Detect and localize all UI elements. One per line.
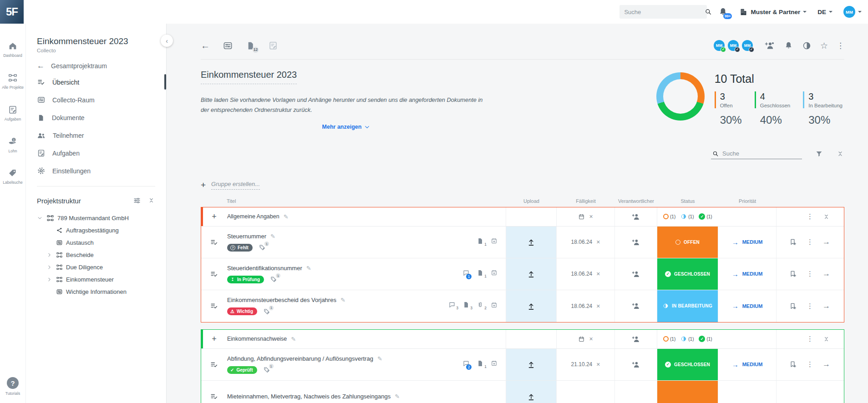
task-row[interactable]: Steuernummer✎ ?Fehlt 1 1	[201, 227, 844, 258]
upload-cell[interactable]	[506, 381, 556, 403]
sidebar-collapse-button[interactable]: ‹	[161, 35, 173, 47]
tree-node[interactable]: Einkommensteuer	[37, 273, 155, 286]
tasks-button[interactable]	[268, 40, 278, 50]
language-switcher[interactable]: DE	[817, 9, 832, 15]
tag-add-icon[interactable]: 1	[270, 276, 277, 283]
open-task-icon[interactable]: →	[822, 302, 830, 311]
status-cell[interactable]	[657, 381, 718, 403]
star-icon[interactable]: ☆	[820, 41, 828, 50]
more-options-icon[interactable]: ⋮	[807, 238, 813, 246]
documents-button[interactable]: 12	[246, 41, 255, 50]
organization-switcher[interactable]: Muster & Partner	[739, 8, 807, 16]
task-row[interactable]: Steueridentifikationsnummer✎ In Prüfung …	[201, 258, 844, 290]
sidebar-back-link[interactable]: ← Gesamtprojektraum	[37, 61, 155, 71]
comment-count-icon[interactable]: 1	[462, 269, 470, 277]
clear-icon[interactable]: ×	[596, 361, 600, 368]
notifications-button[interactable]: 99+	[718, 7, 728, 17]
task-title[interactable]: Steueridentifikationsnummer	[227, 265, 302, 272]
more-options-icon[interactable]: ⋮	[807, 270, 813, 278]
comment-count-icon[interactable]: 2	[462, 360, 470, 367]
status-cell[interactable]: OFFEN	[657, 227, 718, 258]
assign-person-icon[interactable]	[631, 360, 641, 369]
tree-node[interactable]: Wichtige Informationen	[37, 286, 155, 298]
collapse-group-icon[interactable]	[822, 335, 830, 343]
status-cell[interactable]: ✓GESCHLOSSEN	[657, 258, 718, 290]
collecto-room-button[interactable]	[223, 40, 233, 51]
comment-count-icon[interactable]: 3	[448, 301, 456, 308]
chevron-right-icon[interactable]	[46, 252, 53, 258]
task-title[interactable]: Einkommensteuerbescheid des Vorjahres	[227, 297, 336, 303]
task-list-icon[interactable]	[201, 227, 227, 258]
task-row[interactable]: Einkommensteuerbescheid des Vorjahres✎ ⚠…	[201, 290, 844, 322]
calendar-icon[interactable]	[578, 336, 585, 343]
sidebar-item-einstellungen[interactable]: Einstellungen	[37, 162, 155, 180]
calendar-icon[interactable]	[578, 213, 585, 220]
tree-node[interactable]: Auftragsbestätigung	[37, 224, 155, 237]
upload-cell[interactable]	[506, 227, 556, 258]
collapse-all-icon[interactable]	[147, 196, 155, 205]
global-search-input[interactable]	[624, 9, 704, 15]
calendar-icon[interactable]	[491, 302, 497, 308]
calendar-icon[interactable]	[491, 269, 497, 276]
list-search-input[interactable]	[722, 150, 802, 157]
task-row[interactable]: Abfindung, Abfindungsvereinbarung / Aufl…	[201, 349, 844, 381]
upload-cell[interactable]	[506, 349, 556, 380]
show-more-link[interactable]: Mehr anzeigen	[201, 124, 492, 131]
create-group-button[interactable]: + Gruppe erstellen...	[201, 180, 260, 190]
add-task-button[interactable]: +	[201, 207, 227, 226]
open-task-icon[interactable]: →	[822, 237, 830, 247]
task-row[interactable]: Mieteinnahmen, Mietvertrag, Nachweis des…	[201, 381, 844, 403]
task-list-icon[interactable]	[201, 381, 227, 403]
edit-icon[interactable]: ✎	[395, 393, 400, 400]
sidebar-item-dokumente[interactable]: Dokumente	[37, 109, 155, 126]
rail-item-aufgaben[interactable]: Aufgaben	[5, 105, 21, 121]
tree-node-root[interactable]: 789 Mustermandant GmbH	[37, 212, 155, 224]
bookmark-add-icon[interactable]	[789, 238, 797, 246]
rail-item-alle-projekte[interactable]: Alle Projekte	[2, 73, 24, 90]
priority-cell[interactable]: →MEDIUM	[718, 227, 776, 258]
avatar[interactable]: MM	[843, 6, 855, 18]
priority-cell[interactable]: →MEDIUM	[718, 349, 776, 380]
collapse-group-icon[interactable]	[822, 213, 830, 221]
clear-icon[interactable]: ×	[596, 302, 600, 310]
rail-item-tutorials[interactable]: ? Tutorials	[0, 377, 25, 396]
avatar[interactable]: MM✓	[728, 40, 739, 51]
clear-icon[interactable]: ×	[596, 270, 600, 277]
edit-icon[interactable]: ✎	[284, 213, 289, 220]
sidebar-item-teilnehmer[interactable]: Teilnehmer	[37, 126, 155, 144]
chevron-right-icon[interactable]	[46, 277, 53, 282]
edit-icon[interactable]: ✎	[270, 233, 275, 240]
assign-person-icon[interactable]	[631, 334, 641, 344]
add-task-button[interactable]: +	[201, 330, 227, 348]
more-options-icon[interactable]: ⋮	[807, 212, 813, 221]
contrast-icon[interactable]	[802, 41, 812, 50]
list-search[interactable]	[711, 149, 802, 159]
edit-icon[interactable]: ✎	[377, 355, 382, 362]
assign-person-icon[interactable]	[631, 301, 641, 311]
task-title[interactable]: Steuernummer	[227, 233, 266, 240]
sidebar-item-collecto-raum[interactable]: Collecto-Raum	[37, 91, 155, 109]
more-options-icon[interactable]: ⋮	[807, 302, 813, 310]
rail-item-labelsuche[interactable]: Labelsuche	[3, 168, 22, 185]
status-cell[interactable]: IN BEARBEITUNG	[657, 290, 718, 322]
calendar-icon[interactable]	[491, 360, 497, 367]
file-count-icon[interactable]: 1	[477, 360, 484, 367]
edit-icon[interactable]: ✎	[291, 336, 296, 343]
add-participants-button[interactable]	[764, 40, 775, 51]
more-options-icon[interactable]: ⋮	[807, 335, 813, 343]
assign-person-icon[interactable]	[631, 212, 641, 222]
more-options-icon[interactable]: ⋮	[807, 360, 813, 368]
bell-icon[interactable]	[784, 41, 793, 50]
rail-item-lohn[interactable]: 1 Lohn	[8, 136, 18, 153]
bookmark-add-icon[interactable]	[789, 270, 797, 278]
sidebar-item-aufgaben[interactable]: Aufgaben	[37, 144, 155, 162]
attachment-count-icon[interactable]: 2	[477, 301, 484, 308]
page-title[interactable]: Einkommensteuer 2023	[201, 70, 297, 84]
user-menu[interactable]: MM	[843, 6, 862, 18]
global-search[interactable]	[619, 5, 707, 19]
task-title[interactable]: Mieteinnahmen, Mietvertrag, Nachweis des…	[227, 393, 391, 400]
collapse-all-icon[interactable]	[836, 150, 844, 158]
status-cell[interactable]: ✓GESCHLOSSEN	[657, 349, 718, 380]
task-list-icon[interactable]	[201, 258, 227, 290]
clear-icon[interactable]: ×	[596, 238, 600, 246]
